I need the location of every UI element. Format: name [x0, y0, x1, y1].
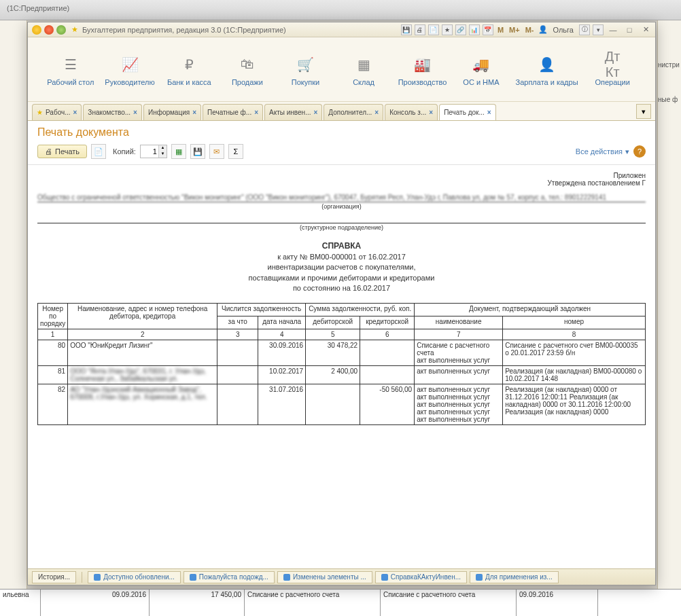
table-settings-button[interactable]: ▦: [171, 144, 186, 159]
star-icon[interactable]: ★: [442, 24, 453, 35]
dropdown-icon[interactable]: ▾: [593, 24, 604, 35]
col-doc-num: номер: [503, 316, 646, 329]
maximize-button[interactable]: □: [623, 24, 636, 35]
favorite-star-icon[interactable]: ★: [71, 25, 78, 34]
tab[interactable]: Печатные ф...×: [203, 104, 263, 120]
nav-item-руководителю[interactable]: 📈Руководителю: [105, 56, 154, 86]
tab-close-icon[interactable]: ×: [254, 109, 258, 116]
cell-doc-num: Реализация (ак накладная) ВМ00-000080 о …: [503, 366, 646, 384]
nav-item-производство[interactable]: 🏭Производство: [398, 56, 447, 86]
tab-close-icon[interactable]: ×: [73, 109, 77, 116]
help-button[interactable]: ?: [633, 145, 646, 158]
cell-credit: [360, 340, 415, 366]
statusbar-item[interactable]: Пожалуйста подожд...: [184, 571, 275, 583]
tab-close-icon[interactable]: ×: [374, 109, 379, 116]
statusbar-item[interactable]: Для применения из...: [470, 571, 559, 583]
subdivision-caption: (структурное подразделение): [37, 224, 646, 231]
nav-label: Продажи: [232, 78, 263, 86]
approved-label: Утверждена постановлением Г: [37, 179, 646, 187]
save-button[interactable]: 💾: [190, 144, 205, 159]
tab-close-icon[interactable]: ×: [429, 109, 433, 116]
tab[interactable]: Акты инвен...×: [264, 104, 322, 120]
document-preview-area[interactable]: Приложен Утверждена постановлением Г Общ…: [28, 165, 655, 568]
calendar-icon[interactable]: 📅: [483, 24, 493, 35]
window-titlebar: ★ Бухгалтерия предприятия, редакция 3.0 …: [28, 22, 655, 37]
nav-item-операции[interactable]: Дт КтОперации: [589, 56, 636, 86]
window-title: Бухгалтерия предприятия, редакция 3.0 (1…: [82, 26, 401, 34]
nav-item-рабочий-стол[interactable]: ☰Рабочий стол: [47, 56, 94, 86]
tab-label: Знакомство...: [88, 109, 130, 116]
table-row[interactable]: 80 ООО "ЮниКредит Лизинг" 30.09.2016 30 …: [38, 340, 646, 366]
app-icon: [32, 25, 41, 35]
tab-label: Печатные ф...: [207, 109, 251, 116]
tab[interactable]: Дополнител...×: [324, 104, 383, 120]
statusbar-item[interactable]: Доступно обновлени...: [88, 571, 181, 583]
nav-item-ос-и-нма[interactable]: 🚚ОС и НМА: [457, 56, 505, 86]
nav-item-зарплата-и-кадры[interactable]: 👤Зарплата и кадры: [516, 56, 578, 86]
tab-label: Консоль з...: [389, 109, 426, 116]
titlebar-dot-icon[interactable]: [56, 25, 66, 35]
bg-cell: 09.09.2016: [517, 590, 598, 616]
preview-button[interactable]: 📄: [91, 144, 106, 159]
minimize-button[interactable]: —: [606, 24, 620, 35]
email-button[interactable]: ✉: [209, 144, 224, 159]
history-button[interactable]: История...: [32, 571, 76, 583]
tab-overflow-button[interactable]: ▾: [636, 104, 651, 119]
titlebar-dot-icon[interactable]: [44, 25, 54, 35]
document-icon[interactable]: 📄: [428, 24, 439, 35]
table-row[interactable]: 82 АО "Улан-Удэнский Авиационный Завод",…: [38, 384, 646, 425]
tab[interactable]: Печать док...×: [439, 104, 496, 120]
background-table-fragment: ильевна 09.09.2016 17 450,00 Списание с …: [0, 589, 681, 616]
tab[interactable]: Консоль з...×: [385, 104, 438, 120]
nav-icon: 🛒: [297, 56, 313, 73]
col-for-what: за что: [217, 316, 258, 329]
current-user-label: Ольга: [551, 26, 576, 34]
info-icon: [476, 574, 483, 581]
cell-name: ООО "Янта-Улан-Удэ", 670031, г. Улан-Удэ…: [68, 366, 217, 384]
save-icon[interactable]: 💾: [401, 24, 412, 35]
cell-date: 10.02.2017: [258, 366, 306, 384]
tab-close-icon[interactable]: ×: [133, 109, 137, 116]
print-button[interactable]: 🖨 Печать: [37, 145, 87, 158]
memory-m-button[interactable]: M: [496, 26, 505, 34]
nav-item-склад[interactable]: ▦Склад: [340, 56, 387, 86]
nav-item-банк-и-касса[interactable]: ₽Банк и касса: [165, 56, 213, 86]
nav-item-покупки[interactable]: 🛒Покупки: [281, 56, 329, 86]
table-row[interactable]: 81 ООО "Янта-Улан-Удэ", 670031, г. Улан-…: [38, 366, 646, 384]
cell-name: АО "Улан-Удэнский Авиационный Завод", 67…: [68, 384, 217, 425]
nav-item-продажи[interactable]: 🛍Продажи: [224, 56, 271, 86]
cell-debit: [306, 384, 360, 425]
tab-close-icon[interactable]: ×: [192, 109, 196, 116]
close-button[interactable]: ✕: [639, 24, 652, 35]
statusbar-link: Изменены элементы ...: [293, 573, 366, 581]
memory-mminus-button[interactable]: M-: [524, 26, 536, 34]
statusbar-link: Для применения из...: [485, 573, 553, 581]
statusbar-item[interactable]: СправкаКАктуИнвен...: [375, 571, 467, 583]
statusbar-item[interactable]: Изменены элементы ...: [277, 571, 372, 583]
bg-right-text: ные ф: [658, 96, 681, 103]
all-actions-dropdown[interactable]: Все действия ▾: [576, 147, 629, 156]
nav-label: Склад: [353, 78, 374, 86]
background-left-strip: [0, 20, 27, 616]
nav-label: Банк и касса: [167, 78, 211, 86]
info-icon[interactable]: ⓘ: [579, 24, 590, 35]
cell-doc-num: Списание с расчетного счет ВМ00-000035 о…: [503, 340, 646, 366]
memory-mplus-button[interactable]: M+: [508, 26, 521, 34]
bg-right-text: нистри: [658, 61, 681, 69]
tab-label: Рабоч...: [46, 109, 71, 116]
col-index: 2: [68, 329, 217, 340]
tab-close-icon[interactable]: ×: [313, 109, 317, 116]
nav-icon: 🏭: [415, 56, 431, 73]
nav-icon: ▦: [355, 56, 372, 73]
tab-close-icon[interactable]: ×: [487, 109, 491, 116]
tab[interactable]: ★Рабоч...×: [32, 104, 82, 120]
calculator-icon[interactable]: 📊: [469, 24, 480, 35]
spinner-down[interactable]: ▼: [158, 151, 167, 158]
info-icon: [190, 574, 196, 581]
sum-button[interactable]: Σ: [228, 144, 243, 159]
tab[interactable]: Информация×: [143, 104, 201, 120]
print-icon[interactable]: 🖨: [415, 24, 425, 35]
spinner-up[interactable]: ▲: [158, 145, 167, 151]
link-icon[interactable]: 🔗: [455, 24, 466, 35]
tab[interactable]: Знакомство...×: [83, 104, 142, 120]
